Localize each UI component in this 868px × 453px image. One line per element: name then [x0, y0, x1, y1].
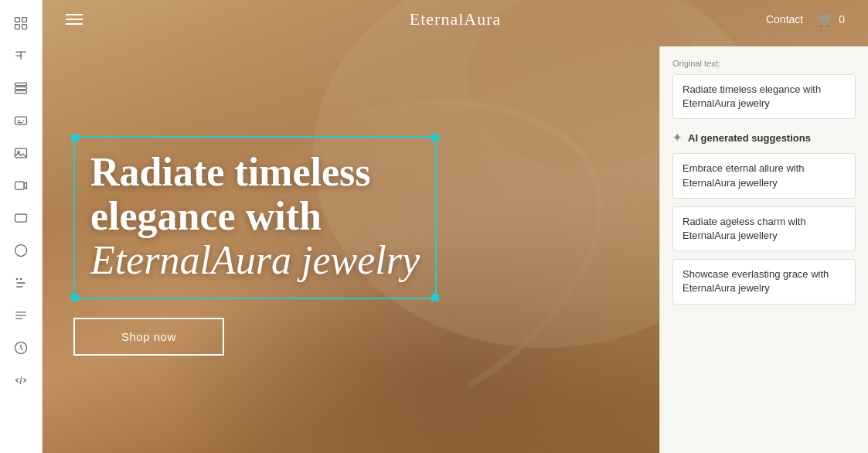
svg-rect-2	[15, 25, 20, 29]
svg-rect-1	[22, 18, 27, 22]
video-icon[interactable]	[7, 172, 35, 199]
clock-icon[interactable]	[7, 334, 35, 362]
hero-headline-line3: EternalAura jewelry	[90, 238, 420, 282]
grid-icon[interactable]	[7, 9, 35, 37]
hero-headline-line1: Radiate timeless	[90, 150, 370, 194]
site-logo: EternalAura	[410, 9, 502, 29]
sparkle-icon: ✦	[672, 131, 682, 144]
hero-content: Radiate timeless elegance with EternalAu…	[43, 90, 468, 387]
navbar: EternalAura Contact 🛒 0	[43, 0, 868, 39]
ai-section-title-text: AI generated suggestions	[688, 132, 811, 144]
svg-rect-4	[15, 83, 27, 85]
svg-rect-0	[15, 18, 20, 22]
text-icon[interactable]	[7, 42, 35, 70]
image-icon[interactable]	[7, 139, 35, 167]
selection-handle-tr[interactable]	[431, 134, 439, 141]
list-icon[interactable]	[7, 301, 35, 329]
svg-rect-3	[22, 25, 27, 29]
svg-rect-6	[15, 90, 27, 93]
svg-rect-5	[15, 87, 27, 89]
hero-headline: Radiate timeless elegance with EternalAu…	[90, 150, 420, 283]
nav-right: Contact 🛒 0	[766, 12, 845, 27]
contact-link[interactable]: Contact	[766, 13, 803, 26]
text-selection-container[interactable]: Radiate timeless elegance with EternalAu…	[73, 136, 437, 300]
hero-headline-line2: elegance with	[90, 194, 322, 238]
rectangle-icon[interactable]	[7, 204, 35, 232]
caption-icon[interactable]	[7, 107, 35, 135]
cart-icon: 🛒	[819, 12, 834, 27]
cart-count: 0	[839, 13, 845, 26]
original-text-label: Original text:	[672, 59, 856, 68]
sidebar	[0, 0, 43, 453]
cart-button[interactable]: 🛒 0	[819, 12, 845, 27]
selection-handle-br[interactable]	[431, 294, 439, 301]
svg-rect-10	[15, 182, 25, 189]
circle-icon[interactable]	[7, 237, 35, 264]
hamburger-menu[interactable]	[66, 14, 83, 25]
dots-vertical-icon[interactable]	[7, 269, 35, 297]
ai-suggestion-3[interactable]: Showcase everlasting grace with EternalA…	[672, 259, 856, 304]
hero-background: EternalAura Contact 🛒 0 Radiate timeless…	[43, 0, 868, 453]
shop-now-button[interactable]: Shop now	[73, 318, 224, 356]
svg-rect-7	[15, 117, 27, 124]
ai-suggestion-2[interactable]: Radiate ageless charm with EternalAura j…	[672, 206, 856, 251]
svg-point-12	[15, 245, 27, 257]
svg-rect-11	[15, 214, 27, 222]
ai-suggestion-1[interactable]: Embrace eternal allure with EternalAura …	[672, 153, 856, 198]
layout-rows-icon[interactable]	[7, 74, 35, 102]
main-area: EternalAura Contact 🛒 0 Radiate timeless…	[43, 0, 868, 453]
code-icon[interactable]	[7, 366, 35, 394]
ai-section-header: ✦ AI generated suggestions	[672, 131, 856, 144]
original-text-value: Radiate timeless elegance with EternalAu…	[672, 74, 856, 119]
ai-panel: Original text: Radiate timeless elegance…	[659, 46, 868, 453]
selection-handle-bl[interactable]	[71, 294, 79, 301]
